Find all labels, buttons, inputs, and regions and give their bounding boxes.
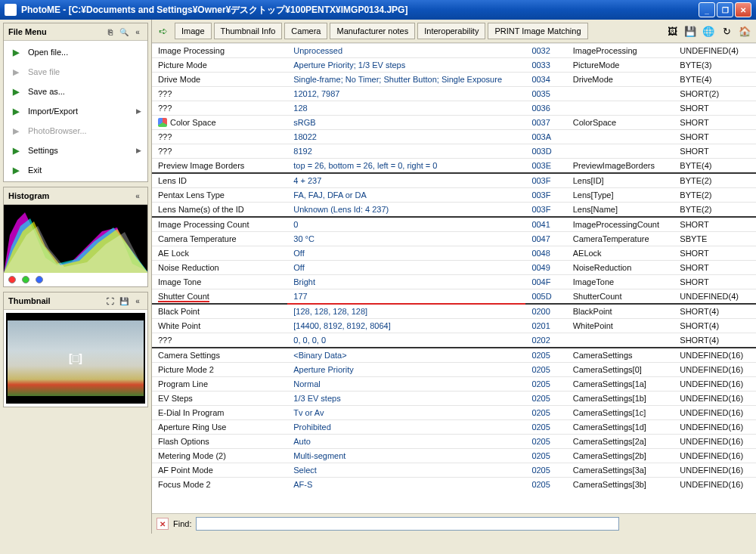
table-row[interactable]: Lens ID4 + 237003FLens[ID]BYTE(2) xyxy=(152,173,756,188)
collapse-icon[interactable]: « xyxy=(132,190,143,201)
table-row[interactable]: Flash OptionsAuto0205CameraSettings[2a]U… xyxy=(152,435,756,449)
row-type: BYTE(2) xyxy=(674,173,756,188)
row-ifd xyxy=(567,130,674,144)
blue-channel-dot[interactable] xyxy=(36,276,43,283)
table-row[interactable]: Pentax Lens TypeFA, FAJ, DFA or DA003FLe… xyxy=(152,188,756,203)
row-tag: 0034 xyxy=(525,73,566,87)
picture-icon[interactable]: 🖼 xyxy=(665,24,679,38)
row-type: SHORT xyxy=(674,130,756,144)
table-row[interactable]: Drive ModeSingle-frame; No Timer; Shutte… xyxy=(152,73,756,87)
table-row[interactable]: ???8192003DSHORT xyxy=(152,144,756,159)
table-row[interactable]: Lens Name(s) of the IDUnknown (Lens Id: … xyxy=(152,203,756,218)
row-tag: 003E xyxy=(525,159,566,174)
table-row[interactable]: Focus Mode 2AF-S0205CameraSettings[3b]UN… xyxy=(152,478,756,492)
save-thumb-icon[interactable]: 💾 xyxy=(119,296,129,306)
row-tag: 0205 xyxy=(525,420,566,435)
thumbnail-image[interactable]: [□] xyxy=(6,313,145,404)
table-row[interactable]: Shutter Count177005DShutterCountUNDEFINE… xyxy=(152,289,756,305)
tab-interoperability[interactable]: Interoperability xyxy=(417,23,485,39)
row-value: [128, 128, 128, 128] xyxy=(287,304,525,319)
table-row[interactable]: Program LineNormal0205CameraSettings[1a]… xyxy=(152,377,756,392)
minimize-button[interactable]: _ xyxy=(699,2,715,17)
row-type: BYTE(2) xyxy=(674,203,756,218)
table-row[interactable]: EV Steps1/3 EV steps0205CameraSettings[1… xyxy=(152,392,756,406)
table-row[interactable]: ???18022003ASHORT xyxy=(152,130,756,144)
table-row[interactable]: Image ProcessingUnprocessed0032ImageProc… xyxy=(152,44,756,58)
copy-icon[interactable]: ⎘ xyxy=(105,26,116,37)
table-row[interactable]: Picture ModeAperture Priority; 1/3 EV st… xyxy=(152,58,756,73)
red-channel-dot[interactable] xyxy=(8,276,16,283)
row-type: UNDEFINED(16) xyxy=(674,392,756,406)
table-row[interactable]: ???12012, 79870035SHORT(2) xyxy=(152,87,756,101)
row-name: E-Dial In Program xyxy=(158,408,224,417)
green-channel-dot[interactable] xyxy=(22,276,29,283)
row-tag: 004F xyxy=(525,275,566,289)
menu-item-open-file[interactable]: ▶Open file... xyxy=(4,42,147,62)
table-row[interactable]: Camera Temperature30 °C0047CameraTempera… xyxy=(152,232,756,246)
table-row[interactable]: Picture Mode 2Aperture Priority0205Camer… xyxy=(152,363,756,377)
search-icon[interactable]: 🔍 xyxy=(119,26,129,37)
expand-icon[interactable]: ⛶ xyxy=(105,296,116,306)
row-name: ??? xyxy=(158,104,172,113)
menu-item-settings[interactable]: ▶Settings▶ xyxy=(4,141,147,160)
row-name: EV Steps xyxy=(158,394,193,403)
menu-item-label: Exit xyxy=(28,166,42,175)
arrow-right-icon: ▶ xyxy=(10,105,22,117)
table-row[interactable]: Image Processing Count00041ImageProcessi… xyxy=(152,217,756,232)
arrow-right-icon: ▶ xyxy=(10,164,22,176)
table-row[interactable]: ???0, 0, 0, 00202SHORT(4) xyxy=(152,333,756,348)
table-row[interactable]: AE LockOff0048AELockSHORT xyxy=(152,246,756,261)
close-button[interactable]: ✕ xyxy=(735,2,751,17)
home-icon[interactable]: 🏠 xyxy=(738,24,751,38)
menu-item-import-export[interactable]: ▶Import/Export▶ xyxy=(4,101,147,121)
row-name: Pentax Lens Type xyxy=(158,190,225,200)
table-row[interactable]: Black Point[128, 128, 128, 128]0200Black… xyxy=(152,304,756,319)
maximize-button[interactable]: ❐ xyxy=(717,2,733,17)
refresh-icon[interactable]: ↻ xyxy=(720,24,733,38)
row-value: 1/3 EV steps xyxy=(287,392,525,406)
row-type: BYTE(4) xyxy=(674,159,756,174)
table-row[interactable]: Color SpacesRGB0037ColorSpaceSHORT xyxy=(152,116,756,130)
tab-thumbnail-info[interactable]: Thumbnail Info xyxy=(214,23,283,39)
table-row[interactable]: Image ToneBright004FImageToneSHORT xyxy=(152,275,756,289)
row-name: Focus Mode 2 xyxy=(158,480,211,489)
table-row[interactable]: E-Dial In ProgramTv or Av0205CameraSetti… xyxy=(152,406,756,420)
row-value: top = 26, bottom = 26, left = 0, right =… xyxy=(287,159,525,174)
collapse-icon[interactable]: « xyxy=(132,26,143,37)
tab-image[interactable]: Image xyxy=(175,23,212,39)
table-row[interactable]: Camera Settings<Binary Data>0205CameraSe… xyxy=(152,348,756,363)
table-row[interactable]: ???1280036SHORT xyxy=(152,101,756,116)
table-row[interactable]: AF Point ModeSelect0205CameraSettings[3a… xyxy=(152,463,756,478)
tab-manufacturer-notes[interactable]: Manufacturer notes xyxy=(330,23,415,39)
exif-table-scroll[interactable]: Image ProcessingUnprocessed0032ImageProc… xyxy=(152,43,756,513)
menu-item-save-as[interactable]: ▶Save as... xyxy=(4,82,147,101)
table-row[interactable]: Preview Image Borderstop = 26, bottom = … xyxy=(152,159,756,174)
row-name: ??? xyxy=(158,89,172,98)
close-findbar-button[interactable]: ✕ xyxy=(156,518,169,530)
globe-icon[interactable]: 🌐 xyxy=(702,24,715,38)
row-value: Multi-segment xyxy=(287,449,525,463)
tab-camera[interactable]: Camera xyxy=(284,23,327,39)
submenu-arrow-icon: ▶ xyxy=(136,147,141,154)
menu-item-exit[interactable]: ▶Exit xyxy=(4,160,147,180)
find-input[interactable] xyxy=(196,517,619,531)
row-tag: 0047 xyxy=(525,232,566,246)
table-row[interactable]: Aperture Ring UseProhibited0205CameraSet… xyxy=(152,420,756,435)
collapse-icon[interactable]: « xyxy=(132,296,143,306)
table-row[interactable]: White Point[14400, 8192, 8192, 8064]0201… xyxy=(152,319,756,333)
row-tag: 0205 xyxy=(525,406,566,420)
table-row[interactable]: Metering Mode (2)Multi-segment0205Camera… xyxy=(152,449,756,463)
row-name: Drive Mode xyxy=(158,75,200,84)
row-tag: 0200 xyxy=(525,304,566,319)
row-value: 8192 xyxy=(287,144,525,159)
row-name: Shutter Count xyxy=(158,292,209,302)
save-icon[interactable]: 💾 xyxy=(683,24,697,38)
row-ifd: NoiseReduction xyxy=(567,261,674,275)
row-tag: 003F xyxy=(525,173,566,188)
row-name: Flash Options xyxy=(158,437,209,446)
tab-print-image-matching[interactable]: PRINT Image Matching xyxy=(488,23,587,39)
table-row[interactable]: Noise ReductionOff0049NoiseReductionSHOR… xyxy=(152,261,756,275)
row-name: AE Lock xyxy=(158,249,189,258)
row-ifd: ColorSpace xyxy=(567,116,674,130)
nav-next-icon[interactable]: ➪ xyxy=(156,24,170,38)
